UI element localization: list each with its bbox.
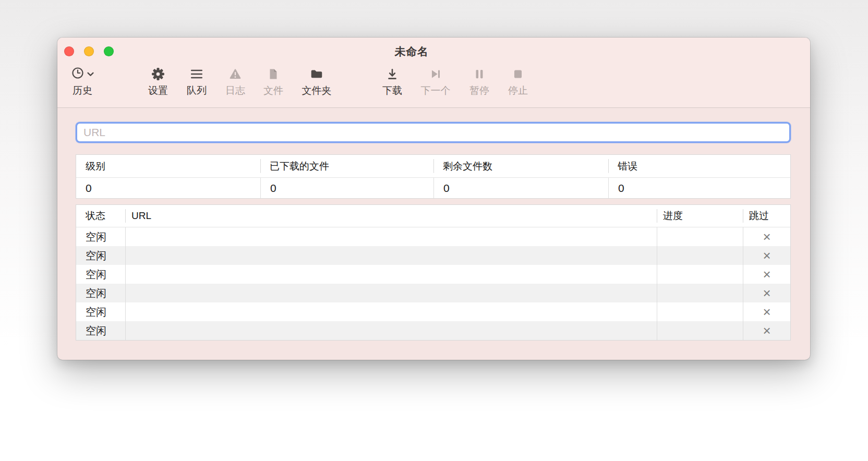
zoom-window-button[interactable] (104, 46, 114, 56)
toolbar-button-history[interactable]: 历史 (57, 67, 107, 95)
queue-cell-url (125, 321, 657, 340)
toolbar-label-history: 历史 (73, 86, 92, 95)
queue-header-status: 状态 (76, 205, 125, 227)
queue-cell-status: 空闲 (76, 265, 125, 284)
queue-table-header: 状态 URL 进度 跳过 (76, 205, 790, 227)
toolbar-label-pause: 暂停 (469, 86, 489, 95)
clock-history-icon (71, 66, 85, 82)
folder-icon (309, 67, 324, 81)
minimize-window-button[interactable] (84, 46, 94, 56)
pause-icon (473, 67, 486, 81)
queue-cell-url (125, 284, 657, 302)
stats-header-level: 级别 (76, 155, 260, 177)
queue-header-skip: 跳过 (743, 205, 790, 227)
skip-button[interactable]: × (763, 249, 770, 262)
toolbar-label-folder: 文件夹 (302, 86, 332, 95)
queue-row[interactable]: 空闲 × (76, 302, 790, 321)
stats-table-values: 0 0 0 0 (76, 178, 790, 198)
queue-table: 状态 URL 进度 跳过 空闲 × 空闲 × (76, 204, 791, 341)
toolbar-button-download[interactable]: 下载 (367, 67, 417, 95)
close-window-button[interactable] (64, 46, 74, 56)
skip-button[interactable]: × (763, 286, 770, 300)
stats-value-downloaded: 0 (260, 178, 433, 198)
queue-lines-icon (190, 67, 203, 81)
toolbar-button-next: 下一个 (411, 67, 461, 95)
toolbar-label-next: 下一个 (421, 86, 451, 95)
warning-triangle-icon (228, 67, 242, 81)
toolbar-label-log: 日志 (225, 86, 245, 95)
queue-header-url: URL (125, 205, 657, 227)
skip-next-icon (429, 67, 442, 81)
queue-cell-progress (657, 246, 743, 265)
queue-cell-progress (657, 321, 743, 340)
queue-row[interactable]: 空闲 × (76, 284, 790, 302)
queue-cell-url (125, 302, 657, 321)
queue-header-progress: 进度 (657, 205, 743, 227)
queue-cell-progress (657, 265, 743, 284)
queue-cell-skip: × (743, 246, 790, 265)
toolbar-button-stop: 停止 (493, 67, 543, 95)
toolbar-label-file: 文件 (263, 86, 283, 95)
queue-cell-status: 空闲 (76, 321, 125, 340)
stats-value-remaining: 0 (433, 178, 608, 198)
queue-cell-skip: × (743, 302, 790, 321)
queue-row[interactable]: 空闲 × (76, 246, 790, 265)
skip-button[interactable]: × (763, 230, 770, 244)
stats-header-remaining: 剩余文件数 (433, 155, 608, 177)
queue-cell-url (125, 265, 657, 284)
queue-cell-url (125, 246, 657, 265)
chevron-down-icon (87, 69, 94, 79)
stats-header-errors: 错误 (608, 155, 790, 177)
toolbar-label-queue: 队列 (187, 86, 207, 95)
queue-cell-status: 空闲 (76, 227, 125, 246)
window-titlebar: 未命名 历史 (57, 38, 810, 108)
queue-cell-skip: × (743, 265, 790, 284)
queue-row[interactable]: 空闲 × (76, 265, 790, 284)
stats-table: 级别 已下载的文件 剩余文件数 错误 0 0 0 0 (76, 154, 791, 199)
queue-cell-progress (657, 302, 743, 321)
url-input[interactable] (77, 124, 789, 141)
queue-cell-url (125, 227, 657, 246)
queue-cell-status: 空闲 (76, 302, 125, 321)
url-field-focus-ring (76, 122, 791, 143)
skip-button[interactable]: × (763, 324, 770, 337)
toolbar-button-folder[interactable]: 文件夹 (292, 67, 342, 95)
skip-button[interactable]: × (763, 305, 770, 319)
gear-icon (151, 67, 165, 81)
file-icon (267, 67, 280, 81)
toolbar-label-settings: 设置 (148, 86, 168, 95)
stats-value-level: 0 (76, 178, 260, 198)
window-title: 未命名 (354, 44, 469, 59)
queue-table-body: 空闲 × 空闲 × 空闲 × (76, 227, 790, 340)
app-window: 未命名 历史 (57, 38, 810, 360)
skip-button[interactable]: × (763, 268, 770, 281)
toolbar-label-download: 下载 (382, 86, 402, 95)
stats-header-downloaded: 已下载的文件 (260, 155, 433, 177)
queue-cell-status: 空闲 (76, 284, 125, 302)
stop-icon (511, 67, 525, 81)
queue-cell-progress (657, 227, 743, 246)
toolbar-button-file: 文件 (248, 67, 298, 95)
queue-cell-progress (657, 284, 743, 302)
queue-cell-skip: × (743, 227, 790, 246)
queue-cell-skip: × (743, 284, 790, 302)
download-arrow-icon (385, 67, 399, 81)
toolbar-label-stop: 停止 (508, 86, 528, 95)
queue-cell-status: 空闲 (76, 246, 125, 265)
queue-row[interactable]: 空闲 × (76, 227, 790, 246)
stats-table-header: 级别 已下载的文件 剩余文件数 错误 (76, 155, 790, 178)
queue-row[interactable]: 空闲 × (76, 321, 790, 340)
queue-cell-skip: × (743, 321, 790, 340)
stats-value-errors: 0 (608, 178, 790, 198)
